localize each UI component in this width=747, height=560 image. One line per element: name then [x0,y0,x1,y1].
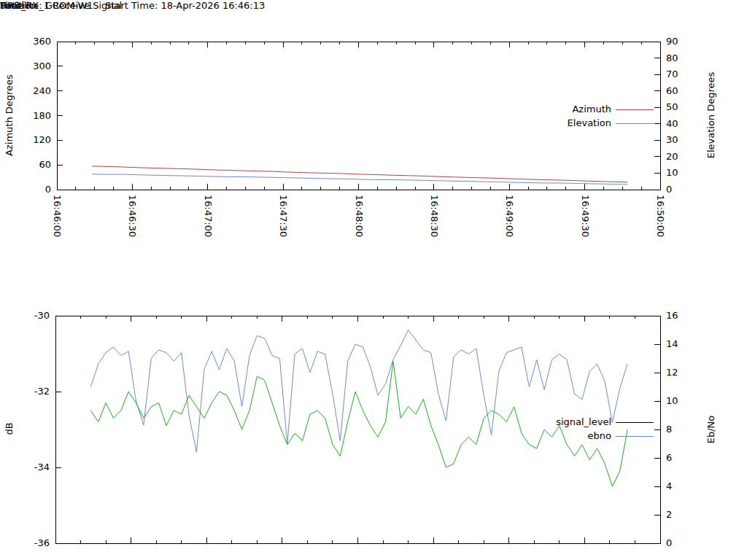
y-left-tick-label: -34 [3,462,50,473]
y-right-tick-label: 50 [666,101,698,113]
series-azimuth [92,166,627,182]
y-right-tick-label: 6 [666,452,698,464]
y-right-tick-label: 2 [666,509,698,521]
y-right-tick-label: 14 [666,338,698,350]
y-right-tick-label: 80 [666,52,698,64]
series-lines [90,330,627,487]
y-right-tick-label: 60 [666,85,698,97]
x-tick-label: 16:50:00 [654,195,666,237]
y-right-tick-label: 30 [666,134,698,146]
y-left-tick-label: -32 [3,386,50,397]
x-tick-label: 16:49:30 [579,195,591,237]
legend-label-azimuth: Azimuth [502,104,611,115]
x-tick-label: 16:47:30 [277,195,289,237]
series-elevation [92,174,627,184]
y-left-tick-label: 240 [4,85,51,97]
y-right-tick-label: 0 [666,184,698,195]
y-left-tick-label: 0 [4,184,51,195]
x-tick-label: 16:46:00 [51,195,63,237]
x-tick-label: 16:48:30 [428,195,440,237]
y-left-tick-label: -30 [3,310,50,322]
y-right-tick-label: 0 [666,537,698,549]
legend-label-ebno: ebno [502,430,611,442]
y-left-tick-label: 360 [4,36,51,47]
y-right-tick-label: 10 [666,395,698,407]
y-right-tick-label: 8 [666,424,698,435]
db-axis-label: dB [4,407,17,451]
y-right-tick-label: 20 [666,151,698,163]
axes [55,316,660,543]
y-right-tick-label: 4 [666,481,698,492]
x-tick-label: 16:46:30 [126,195,138,237]
x-tick-label: 16:49:00 [503,195,515,237]
y-right-tick-label: 90 [666,36,698,47]
y-left-tick-label: -36 [3,537,50,549]
y-right-tick-label: 12 [666,367,698,378]
elevation-axis-label: Elevation Degrees [705,68,719,163]
gnuplot-window: Satellite: GCOM-W1 Start Time: 18-Apr-20… [0,0,747,560]
y-right-tick-label: 10 [666,167,698,179]
series-lines [92,166,627,184]
y-left-tick-label: 180 [4,110,51,122]
x-tick-label: 16:48:00 [353,195,365,237]
y-left-tick-label: 120 [4,134,51,146]
y-right-tick-label: 70 [666,69,698,80]
y-right-tick-label: 40 [666,118,698,130]
legend-label-signal-level: signal_level [502,416,611,428]
y-left-tick-label: 300 [4,61,51,72]
x-tick-label: 16:47:00 [202,195,214,237]
axes [57,42,660,190]
charts-canvas [0,0,747,560]
ebno-axis-label: Eb/No [705,404,719,455]
y-left-tick-label: 60 [4,159,51,171]
signal-chart-title: HRD_RX_1 Receive Signal [0,0,122,12]
legend-label-elevation: Elevation [502,117,611,129]
y-right-tick-label: 16 [666,310,698,322]
